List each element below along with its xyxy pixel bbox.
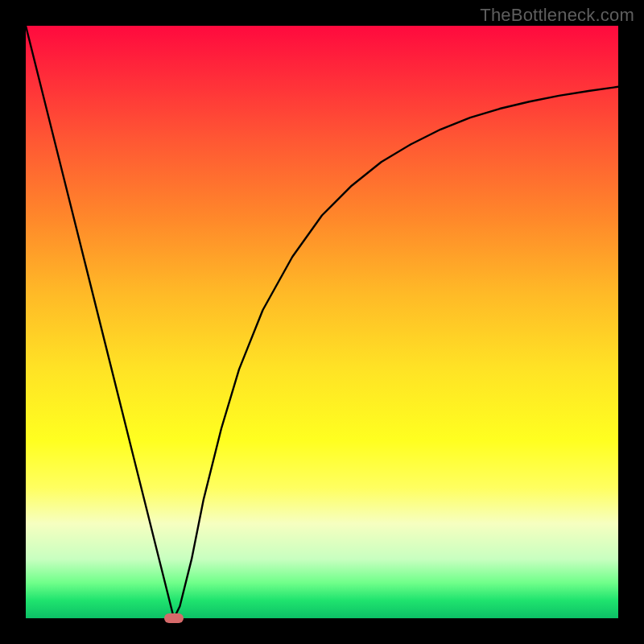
min-marker <box>164 613 184 623</box>
watermark-text: TheBottleneck.com <box>480 5 634 26</box>
curve-svg <box>26 26 618 618</box>
chart-frame: TheBottleneck.com <box>0 0 644 644</box>
bottleneck-curve <box>26 26 618 618</box>
plot-area <box>26 26 618 618</box>
